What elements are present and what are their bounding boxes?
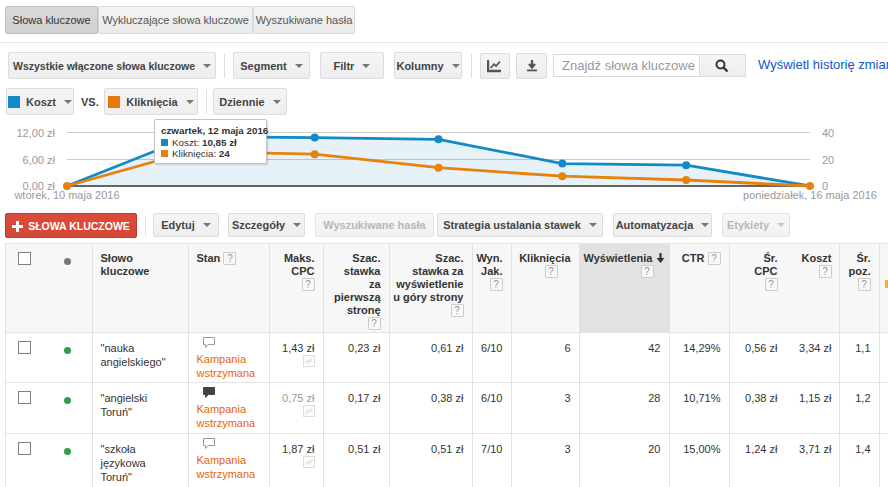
svg-text:12,00 zł: 12,00 zł: [16, 127, 55, 139]
svg-text:6,00 zł: 6,00 zł: [23, 154, 56, 166]
svg-text:wtorek, 10 maja 2016: wtorek, 10 maja 2016: [13, 189, 119, 201]
svg-text:40: 40: [822, 127, 834, 139]
svg-text:poniedziałek, 16 maja 2016: poniedziałek, 16 maja 2016: [743, 189, 877, 201]
svg-text:20: 20: [822, 154, 834, 166]
